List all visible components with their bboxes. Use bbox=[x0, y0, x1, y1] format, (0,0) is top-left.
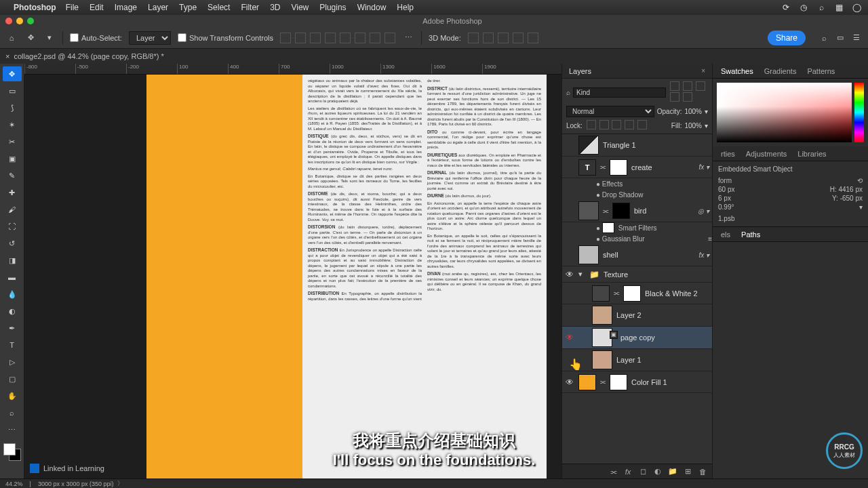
lock-pixels-icon[interactable] bbox=[599, 120, 609, 129]
lock-position-icon[interactable] bbox=[612, 120, 621, 129]
lock-all-icon[interactable] bbox=[637, 120, 647, 129]
layer-group-texture[interactable]: 👁 ▾ 📁 Texture bbox=[562, 266, 712, 283]
filter-type-icon[interactable] bbox=[696, 81, 705, 91]
edit-toolbar[interactable]: ⋯ bbox=[3, 422, 22, 437]
layers-tab[interactable]: Layers bbox=[569, 67, 591, 75]
layer-fx-icon[interactable]: fx bbox=[624, 468, 632, 476]
tab-channels[interactable]: els bbox=[715, 230, 736, 239]
clock-icon[interactable]: ◷ bbox=[799, 3, 808, 12]
menu-layer[interactable]: Layer bbox=[148, 3, 168, 12]
prop-angle[interactable]: 0.99° bbox=[718, 203, 734, 211]
menu-file[interactable]: File bbox=[66, 3, 79, 12]
layer-bird[interactable]: ⫘ bird ◎ ▾ bbox=[562, 200, 712, 222]
healing-brush-tool[interactable]: ✚ bbox=[3, 185, 22, 200]
prop-w[interactable]: 60 px bbox=[718, 186, 734, 193]
zoom-tool[interactable]: ⌕ bbox=[3, 405, 22, 420]
show-transform-checkbox[interactable]: Show Transform Controls bbox=[178, 33, 273, 42]
menu-type[interactable]: Type bbox=[179, 3, 197, 12]
visibility-toggle[interactable]: 👁 bbox=[565, 378, 574, 387]
window-minimize[interactable] bbox=[16, 18, 23, 24]
foreground-background-swatch[interactable] bbox=[3, 443, 21, 461]
dodge-tool[interactable]: ◐ bbox=[3, 304, 22, 319]
opacity-value[interactable]: 100% bbox=[684, 108, 702, 115]
link-layers-icon[interactable]: ⫘ bbox=[609, 468, 617, 476]
tab-libraries[interactable]: Libraries bbox=[792, 150, 831, 158]
menu-select[interactable]: Select bbox=[208, 3, 230, 12]
menu-edit[interactable]: Edit bbox=[90, 3, 104, 12]
3d-roll-icon[interactable] bbox=[483, 33, 494, 43]
3d-zoom-icon[interactable] bbox=[528, 33, 538, 43]
filter-shape-icon[interactable] bbox=[670, 92, 679, 102]
doc-close-icon[interactable]: × bbox=[5, 52, 9, 60]
menu-3d[interactable]: 3D bbox=[270, 3, 280, 12]
align-bottom-icon[interactable] bbox=[355, 33, 366, 43]
filter-adjustment-icon[interactable] bbox=[683, 81, 692, 91]
3d-slide-icon[interactable] bbox=[513, 33, 524, 43]
panel-close-icon[interactable]: × bbox=[701, 67, 705, 75]
clone-stamp-tool[interactable]: ⛶ bbox=[3, 219, 22, 234]
menu-image[interactable]: Image bbox=[115, 3, 137, 12]
type-tool[interactable]: T bbox=[3, 338, 22, 352]
layer-layer2[interactable]: Layer 2 bbox=[562, 304, 712, 327]
new-group-icon[interactable]: 📁 bbox=[669, 468, 677, 476]
menu-window[interactable]: Window bbox=[357, 3, 387, 12]
document-canvas[interactable]: végétaux ou animaux par la chaleur des s… bbox=[146, 75, 547, 479]
layer-layer1[interactable]: Layer 1 bbox=[562, 349, 712, 371]
color-picker[interactable] bbox=[713, 79, 868, 146]
eraser-tool[interactable]: ◨ bbox=[3, 253, 22, 268]
blend-mode-select[interactable]: Normal bbox=[566, 106, 654, 117]
workspace-icon[interactable]: ▭ bbox=[834, 32, 846, 44]
distribute-v-icon[interactable] bbox=[384, 33, 395, 43]
prop-x[interactable]: 6 px bbox=[718, 195, 731, 202]
auto-select-target[interactable]: Layer bbox=[129, 31, 171, 45]
layer-filter-kind[interactable] bbox=[573, 87, 666, 98]
align-center-h-icon[interactable] bbox=[295, 33, 306, 43]
layer-pagecopy[interactable]: 👁 ▣ page copy bbox=[562, 327, 712, 349]
tab-gradients[interactable]: Gradients bbox=[759, 67, 802, 75]
move-tool-icon[interactable]: ✥ bbox=[24, 32, 37, 44]
doc-tab-name[interactable]: collage2.psd @ 44.2% (page copy, RGB/8*)… bbox=[14, 52, 163, 60]
arrange-icon[interactable]: ☰ bbox=[850, 32, 863, 44]
cloud-sync-icon[interactable]: ⟳ bbox=[781, 3, 791, 12]
menu-view[interactable]: View bbox=[291, 3, 309, 12]
3d-pan-icon[interactable] bbox=[498, 33, 509, 43]
effects-header[interactable]: ● Effects bbox=[562, 178, 712, 189]
crop-tool[interactable]: ✂ bbox=[3, 134, 22, 149]
path-selection-tool[interactable]: ▷ bbox=[3, 354, 22, 369]
tool-preset-dropdown[interactable]: ▾ bbox=[43, 32, 56, 44]
smart-filter-gaussian[interactable]: ● Gaussian Blur≡ bbox=[562, 233, 712, 244]
history-brush-tool[interactable]: ↺ bbox=[3, 236, 22, 251]
blur-tool[interactable]: 💧 bbox=[3, 287, 22, 302]
layer-colorfill[interactable]: 👁 ⫘ Color Fill 1 bbox=[562, 371, 712, 393]
canvas-area[interactable]: -800-500-2001004007001000130016001900 vé… bbox=[24, 64, 561, 479]
tab-patterns[interactable]: Patterns bbox=[802, 67, 840, 75]
effect-dropshadow[interactable]: ● Drop Shadow bbox=[562, 189, 712, 200]
user-icon[interactable]: ◯ bbox=[852, 3, 861, 12]
shape-tool[interactable]: ▢ bbox=[3, 371, 22, 386]
align-left-icon[interactable] bbox=[280, 33, 291, 43]
filter-pixel-icon[interactable] bbox=[670, 81, 679, 91]
menu-plugins[interactable]: Plugins bbox=[319, 3, 346, 12]
align-center-v-icon[interactable] bbox=[340, 33, 351, 43]
brush-tool[interactable]: 🖌 bbox=[3, 202, 22, 217]
menu-filter[interactable]: Filter bbox=[241, 3, 259, 12]
delete-layer-icon[interactable]: 🗑 bbox=[698, 468, 707, 476]
hand-tool[interactable]: ✋ bbox=[3, 388, 22, 403]
layer-triangle[interactable]: Triangle 1 bbox=[562, 134, 712, 157]
marquee-tool[interactable]: ▭ bbox=[3, 83, 22, 98]
search-icon[interactable]: ⌕ bbox=[816, 3, 826, 12]
layer-mask-icon[interactable]: ◻ bbox=[639, 468, 647, 476]
layer-shell[interactable]: shell fx ▾ bbox=[562, 244, 712, 266]
magic-wand-tool[interactable]: ✶ bbox=[3, 117, 22, 132]
distribute-h-icon[interactable] bbox=[370, 33, 380, 43]
adjustment-layer-icon[interactable]: ◐ bbox=[654, 468, 662, 476]
move-tool[interactable]: ✥ bbox=[3, 66, 22, 81]
search-app-icon[interactable]: ⌕ bbox=[818, 32, 830, 44]
hue-slider[interactable] bbox=[854, 83, 864, 142]
tab-swatches[interactable]: Swatches bbox=[715, 67, 759, 75]
lasso-tool[interactable]: ⟆ bbox=[3, 100, 22, 115]
frame-icon[interactable]: ▦ bbox=[834, 3, 844, 12]
smart-filters-header[interactable]: ● Smart Filters bbox=[562, 222, 712, 233]
app-name[interactable]: Photoshop bbox=[14, 3, 56, 12]
lock-artboard-icon[interactable] bbox=[625, 120, 634, 129]
